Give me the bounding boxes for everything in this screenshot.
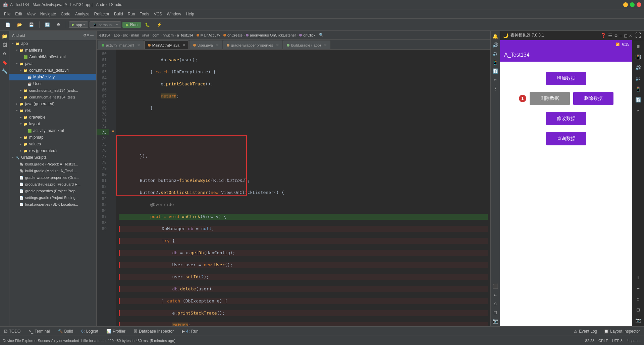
tree-item-mipmap[interactable]: ▸ 📁 mipmap [9, 134, 96, 141]
tab-gradle-wrapper-props[interactable]: gradle-wrapper.properties ✕ [223, 41, 282, 49]
add-data-button[interactable]: 增加数据 [546, 72, 586, 85]
tab-todo[interactable]: ☑ TODO [3, 328, 22, 334]
structure-icon[interactable]: ⚙ [1, 50, 9, 58]
debug-button[interactable]: 🐛 [142, 22, 153, 28]
tree-item-java[interactable]: ▾ 📁 java [9, 60, 96, 67]
emulator-ctrl-1[interactable]: ⊞ [634, 42, 643, 51]
emulator-ctrl-3[interactable]: 🔊 [634, 63, 643, 72]
back-icon[interactable]: ← [491, 291, 499, 299]
line-separator[interactable]: CRLF [598, 339, 608, 343]
emulator-ctrl-7[interactable]: ✂ [634, 106, 643, 115]
emulator-ctrl-5[interactable]: 📱 [634, 84, 643, 94]
project-icon[interactable]: 📁 [1, 32, 9, 40]
menu-refactor[interactable]: Refactor [92, 11, 111, 17]
tree-item-manifests[interactable]: ▾ 📁 manifests [9, 47, 96, 54]
toolbar-new-btn[interactable]: 📄 [3, 22, 13, 28]
toolbar-sync-btn[interactable]: 🔄 [42, 22, 53, 28]
cursor-position[interactable]: 82:28 [585, 339, 595, 343]
bc-java[interactable]: java [143, 33, 149, 37]
menu-navigate[interactable]: Navigate [38, 11, 58, 17]
tree-item-build-gradle-project[interactable]: 🐘 build.gradle (Project: A_Test13... [9, 161, 96, 167]
bc-onclick[interactable]: onClick [303, 33, 315, 37]
tree-item-pkg-test[interactable]: ▸ 📁 com.hnucm.a_test134 (test) [9, 94, 96, 100]
menu-edit[interactable]: Edit [13, 11, 24, 17]
emulator-back-btn[interactable]: ← [634, 283, 643, 293]
dots-icon[interactable]: ⋮ [491, 84, 499, 92]
tree-item-local-props[interactable]: 📄 local.properties (SDK Location... [9, 201, 96, 208]
toolbar-settings-btn[interactable]: ⚙ [54, 22, 63, 28]
tree-item-pkg-android[interactable]: ▸ 📁 com.hnucm.a_test134 (andr... [9, 87, 96, 94]
delete-data-button-purple[interactable]: 删除数据 [573, 92, 613, 105]
menu-build[interactable]: Build [112, 11, 125, 17]
bc-anonymous[interactable]: anonymous OnClickListener [250, 33, 296, 37]
menu-analyze[interactable]: Analyze [73, 11, 92, 17]
tab-build-gradle-app[interactable]: build.gradle (:app) ✕ [283, 41, 330, 49]
device-selector[interactable]: 📱 samsun... ▾ [90, 21, 121, 28]
query-data-button[interactable]: 查询数据 [546, 132, 586, 145]
bc-oncreate[interactable]: onCreate [227, 33, 243, 37]
project-close-icon[interactable]: — [90, 33, 94, 38]
rotate-icon[interactable]: 🔃 [491, 67, 499, 75]
tab-logcat[interactable]: 6: Logcat [80, 328, 100, 334]
tab-database-inspector[interactable]: 🗄 Database Inspector [132, 328, 175, 334]
bc-a-test134[interactable]: a_test134 [177, 33, 193, 37]
bc-app[interactable]: app [114, 33, 120, 37]
tree-item-pkg[interactable]: ▾ 📁 com.hnucm.a_test134 [9, 67, 96, 74]
tree-item-mainactivity[interactable]: ☕ MainActivity [9, 74, 96, 80]
event-log-tab[interactable]: ⚠ Event Log [573, 328, 598, 334]
modify-data-button[interactable]: 修改数据 [546, 112, 586, 125]
tab-run[interactable]: ▶ 4: Run [180, 328, 200, 334]
emulator-ctrl-4[interactable]: 🔉 [634, 74, 643, 83]
indent-info[interactable]: 4 spaces [627, 339, 641, 343]
menu-tools[interactable]: Tools [138, 11, 151, 17]
menu-code[interactable]: Code [59, 11, 72, 17]
menu-file[interactable]: File [2, 11, 12, 17]
emulator-ctrl-2[interactable]: 📳 [634, 52, 643, 62]
tree-item-proguard[interactable]: 📄 proguard-rules.pro (ProGuard R... [9, 181, 96, 188]
tree-item-build-gradle-module[interactable]: 🐘 build.gradle (Module: A_Test1... [9, 167, 96, 174]
minimize-button[interactable] [623, 2, 628, 7]
build-variants-icon[interactable]: 🔧 [1, 67, 9, 75]
tree-item-res-gen[interactable]: ▸ 📁 res (generated) [9, 147, 96, 154]
camera-icon[interactable]: 📷 [491, 317, 499, 325]
run-config-selector[interactable]: ▶ app ▾ [69, 21, 88, 28]
menu-view[interactable]: View [25, 11, 38, 17]
emulator-max-icon[interactable]: □ [624, 33, 627, 38]
window-controls[interactable] [623, 2, 641, 7]
delete-data-button-gray[interactable]: 删除数据 [530, 92, 570, 105]
menu-vcs[interactable]: VCS [152, 11, 164, 17]
volume-icon[interactable]: 🔊 [491, 41, 499, 49]
tree-item-values[interactable]: ▸ 📁 values [9, 141, 96, 147]
bookmarks-icon[interactable]: 🔖 [1, 58, 9, 66]
profile-button[interactable]: ⚡ [154, 22, 164, 28]
home-icon[interactable]: ⌂ [491, 299, 499, 307]
close-button[interactable] [637, 2, 641, 7]
resource-manager-icon[interactable]: 🖼 [1, 41, 9, 49]
tree-item-settings-gradle[interactable]: 📄 settings.gradle (Project Setting... [9, 194, 96, 201]
layout-inspector-tab[interactable]: 🔲 Layout Inspector [602, 328, 641, 334]
search-icon[interactable]: 🔍 [319, 33, 324, 37]
menu-help[interactable]: Help [184, 11, 196, 17]
emulator-overview-btn[interactable]: □ [634, 305, 643, 314]
emulator-settings-icon[interactable]: ⚙ [614, 33, 617, 38]
tree-item-app[interactable]: ▾ 📁 app [9, 40, 96, 47]
tab-build[interactable]: 🔨 Build [57, 328, 75, 334]
maximize-button[interactable] [630, 2, 635, 7]
tree-item-java-gen[interactable]: ▸ 📁 java (generated) [9, 100, 96, 107]
overview-icon[interactable]: □ [491, 308, 499, 316]
tab-activity-main-xml[interactable]: activity_main.xml ✕ [98, 41, 144, 49]
emulator-help-icon[interactable]: ❓ [600, 33, 606, 38]
volume-down-icon[interactable]: 🔉 [491, 50, 499, 58]
bc-est134[interactable]: est134 [99, 33, 110, 37]
tree-item-gradle-wrapper-props[interactable]: 📄 gradle-wrapper.properties (Gra... [9, 174, 96, 181]
code-editor[interactable]: 60 61 62 63 64 65 66 67 68 69 70 71 72 7… [97, 50, 490, 326]
encoding[interactable]: UTF-8 [612, 339, 623, 343]
menu-run[interactable]: Run [126, 11, 137, 17]
bc-com[interactable]: com [152, 33, 159, 37]
bc-main[interactable]: main [131, 33, 139, 37]
tree-item-activity-main-xml[interactable]: 🟩 activity_main.xml [9, 127, 96, 134]
cut-icon[interactable]: ✂ [491, 76, 499, 84]
bc-src[interactable]: src [123, 33, 128, 37]
emulator-home-btn[interactable]: ⌂ [634, 294, 643, 303]
tree-item-gradle-props[interactable]: 📄 gradle.properties (Project Prop... [9, 188, 96, 194]
